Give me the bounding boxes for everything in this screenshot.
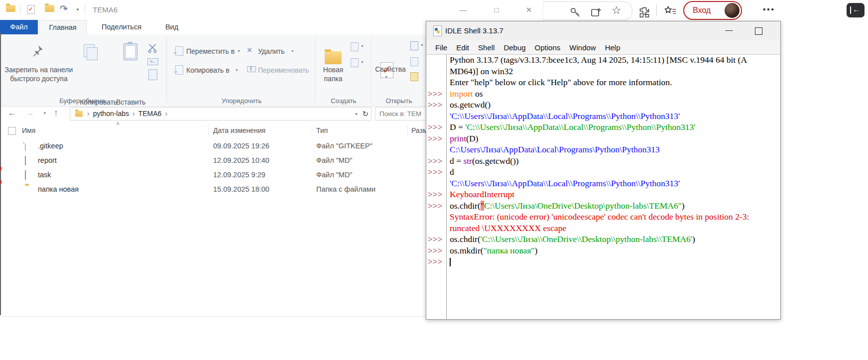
breadcrumb-python-labs[interactable]: python-labs [93,110,129,118]
menu-help[interactable]: Help [601,43,625,52]
sidebar-toggle-icon[interactable]: ← [847,3,865,17]
console-text: d [446,167,780,177]
idle-console[interactable]: Python 3.13.7 (tags/v3.13.7:bcee1c3, Aug… [426,55,780,319]
gutter-separator [446,55,447,319]
favorites-star-icon[interactable]: ☆ [612,4,623,16]
new-folder-button[interactable]: Новая папка [319,65,348,83]
collections-icon[interactable] [590,6,602,18]
menu-edit[interactable]: Edit [452,43,474,52]
toolbar-divider [656,4,657,16]
column-separator[interactable] [407,124,408,136]
qat-customize-caret-icon[interactable]: ▼ [76,7,80,12]
file-icon [25,156,26,165]
qat-undo-icon[interactable]: ↷ [60,3,68,14]
address-bar[interactable]: › python-labs › TEMA6 › ▼ ↻ [70,107,372,120]
console-text: Python 3.13.7 (tags/v3.13.7:bcee1c3, Aug… [446,55,780,65]
console-line: Enter "help" below or click "Help" above… [426,77,780,89]
console-line: >>>d = str(os.getcwd()) [426,156,780,167]
group-label-organize: Упорядочить [179,97,304,105]
copy-icon [84,44,95,57]
edit-icon[interactable] [410,57,418,66]
refresh-icon[interactable]: ↻ [362,110,369,119]
move-to-button[interactable]: Переместить в [186,47,235,55]
menu-debug[interactable]: Debug [499,43,530,52]
prompt: >>> [426,234,446,244]
signin-label: Вход [693,6,711,15]
column-separator[interactable] [312,124,312,136]
console-text: C:\Users\Лиза\AppData\Local\Programs\Pyt… [446,144,780,155]
console-line: >>>D = 'C:\\Users\\Лиза\\AppData\\Local\… [426,122,780,133]
column-header-type[interactable]: Тип [316,126,328,134]
recent-locations-caret-icon[interactable]: ▼ [43,111,47,116]
address-dropdown-caret-icon[interactable]: ▼ [355,112,359,117]
idle-title-bar: IDLE Shell 3.13.7 — [426,21,780,40]
signin-button[interactable]: Вход [683,1,742,20]
console-text [446,256,780,267]
pin-to-quick-access-button[interactable]: Закрепить на панели быстрого доступа [2,65,76,83]
password-key-icon[interactable] [569,6,581,18]
easy-access-icon[interactable] [351,42,359,51]
forward-arrow-icon[interactable]: → [26,108,34,118]
menu-shell[interactable]: Shell [474,43,499,52]
copy-to-button[interactable]: Копировать в [186,66,230,74]
column-separator[interactable] [208,124,209,136]
properties-button[interactable]: Свойства [372,65,408,73]
back-arrow-icon[interactable]: ← [8,108,16,118]
breadcrumb-tema6[interactable]: TEMA6 [138,110,162,118]
explorer-close-button[interactable]: ✕ [521,4,536,16]
up-arrow-icon[interactable]: ↑ [54,108,58,118]
console-text: SyntaxError: (unicode error) 'unicodeesc… [446,212,780,222]
background-window-edge [0,33,1,315]
console-line: >>> [426,256,780,268]
browser-address-bar-end: ☆ [534,1,632,20]
delete-button[interactable]: Удалить [258,47,284,55]
select-all-checkbox[interactable] [8,127,16,135]
more-menu-icon[interactable]: ••• [763,5,775,13]
qat-properties-icon[interactable] [27,5,35,14]
file-icon [25,141,26,151]
column-header-date[interactable]: Дата изменения [213,126,265,134]
file-type: Папка с файлами [316,185,375,193]
menu-window[interactable]: Window [565,43,600,52]
tab-file[interactable]: Файл [0,20,38,34]
rename-button[interactable]: Переименовать [258,66,309,74]
breadcrumb-folder-icon [75,111,83,117]
prompt: >>> [426,133,446,144]
copy-path-icon[interactable]: \\... [147,58,158,65]
console-text: 'C:\\Users\\Лиза\\AppData\\Local\\Progra… [446,178,780,189]
menu-options[interactable]: Options [530,43,565,52]
extensions-puzzle-icon[interactable] [638,6,650,18]
idle-maximize-button[interactable] [755,27,762,35]
console-text: Enter "help" below or click "Help" above… [446,77,780,88]
explorer-minimize-button[interactable]: — [456,4,471,16]
column-header-name[interactable]: Имя [22,126,35,134]
tab-share[interactable]: Поделиться [99,20,144,34]
new-item-icon[interactable] [351,58,359,67]
column-header-size[interactable]: Разм [411,126,428,134]
explorer-maximize-button[interactable]: □ [489,4,504,16]
sidebar-arrow: ← [853,5,860,13]
file-icon [25,142,26,151]
tab-home[interactable]: Главная [39,20,87,34]
console-text: runcated \UXXXXXXXX escape [446,223,780,234]
title-separator [85,5,85,13]
favorites-list-icon[interactable] [664,5,676,17]
console-line: >>>KeyboardInterrupt [426,189,780,201]
menu-file[interactable]: File [431,43,452,52]
breadcrumb-chevron-icon: › [87,110,90,118]
qat-new-folder-icon[interactable] [45,5,54,12]
console-line: >>>d [426,167,780,178]
console-text: D = 'C:\\Users\\Лиза\\AppData\\Local\\Pr… [446,122,780,132]
console-line: C:\Users\Лиза\AppData\Local\Programs\Pyt… [426,144,780,156]
tab-view[interactable]: Вид [159,20,184,34]
console-text: 'C:\\Users\\Лиза\\AppData\\Local\\Progra… [446,111,780,121]
paste-shortcut-icon[interactable] [148,69,157,80]
file-date: 12.09.2025 9:29 [213,171,265,179]
prompt: >>> [426,167,446,177]
cut-scissors-icon[interactable] [147,43,158,53]
idle-minimize-button[interactable]: — [723,25,736,36]
file-type: Файл "GITKEEP" [316,142,372,150]
open-options-icon[interactable] [410,41,418,50]
file-date: 15.09.2025 18:00 [213,185,269,193]
history-icon[interactable] [410,72,418,81]
